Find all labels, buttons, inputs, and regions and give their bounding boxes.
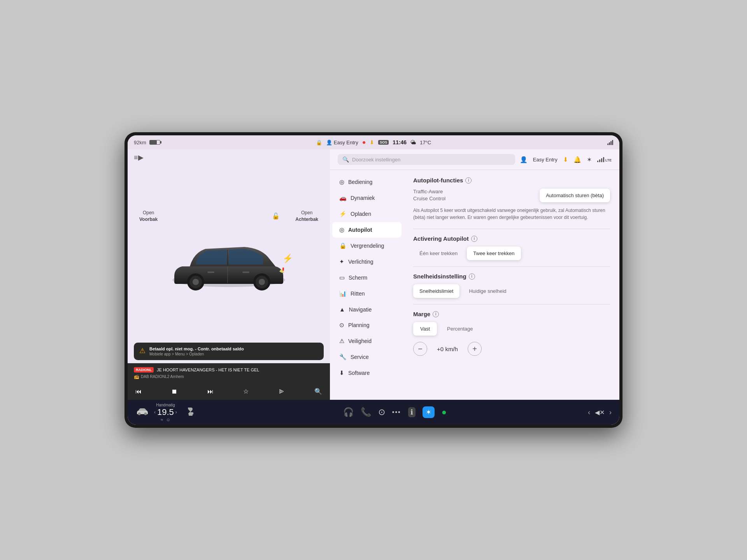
search-music-button[interactable]: 🔍 [313, 386, 324, 397]
temp-left-arrow[interactable]: ‹ [154, 410, 156, 415]
taskbar-spotify[interactable]: ● [442, 407, 447, 417]
sidebar-item-planning[interactable]: ⊙ Planning [332, 317, 402, 333]
status-bar-center: 🔒 👤 Easy Entry ● ⬇ SOS 11:46 🌥 17°C [294, 139, 454, 146]
sidebar-item-veiligheid[interactable]: ⚠ Veiligheid [332, 333, 402, 349]
vast-button[interactable]: Vast [413, 322, 437, 336]
snelheid-section-title: Snelheidsinstelling i [413, 273, 610, 280]
autopilot-description: Als Autopilot 5 keer wordt uitgeschakeld… [413, 207, 610, 221]
music-info: RADIONL JE HOORT HAVENZANGERS - HET IS N… [134, 367, 324, 373]
snelheid-info-icon[interactable]: i [469, 273, 475, 280]
taskbar-center: 🎧 📞 ⊙ ••• ℹ ✶ ● [202, 406, 588, 418]
nav-left-arrow[interactable]: ‹ [588, 408, 590, 416]
taskbar-info[interactable]: ℹ [408, 407, 416, 417]
music-title: JE HOORT HAVENZANGERS - HET IS NIET TE G… [157, 368, 259, 372]
notification-title: Betaald opl. niet mog. - Contr. onbetaal… [149, 346, 244, 351]
svg-point-8 [259, 279, 265, 285]
notification-subtitle: Mobiele app > Menu > Opladen [149, 352, 244, 356]
sidebar-item-vergrendeling[interactable]: 🔒 Vergrendeling [332, 238, 402, 254]
marge-section-title: Marge i [413, 311, 610, 317]
percentage-button[interactable]: Percentage [440, 322, 480, 336]
header-user-icon: 👤 [520, 156, 528, 163]
settings-header: 🔍 Doorzoek instellingen 👤 Easy Entry ⬇ 🔔… [330, 149, 619, 170]
een-keer-button[interactable]: Één keer trekken [413, 247, 464, 260]
battery-bar [149, 140, 160, 145]
sidebar-item-autopilot[interactable]: ◎ Autopilot [332, 222, 402, 238]
sidebar-item-service[interactable]: 🔧 Service [332, 349, 402, 365]
volume-control[interactable]: ◀✕ [595, 409, 605, 416]
margin-increase-button[interactable]: + [468, 342, 482, 356]
car-icon-taskbar[interactable] [135, 407, 149, 418]
sidebar-menu: ◎ Bediening 🚗 Dynamiek ⚡ Opladen ◎ [330, 170, 404, 400]
stop-button[interactable]: ⏹ [170, 387, 179, 397]
taskbar-headphones[interactable]: 🎧 [343, 407, 354, 417]
autopilot-info-icon[interactable]: i [465, 177, 472, 184]
svg-point-12 [138, 413, 141, 415]
twee-keer-button[interactable]: Twee keer trekken [467, 247, 521, 260]
margin-decrease-button[interactable]: − [413, 342, 427, 356]
verlichting-label: Verlichting [348, 259, 374, 265]
status-profile: Easy Entry [334, 140, 358, 145]
autopilot-section-title: Autopilot-functies i [413, 177, 610, 184]
radio-badge: RADIONL [134, 367, 154, 373]
taskbar-right: ‹ ◀✕ › [588, 408, 612, 416]
search-placeholder: Doorzoek instellingen [352, 157, 400, 163]
prev-button[interactable]: ⏮ [134, 387, 143, 397]
temp-display: Handmatig ‹ 19.5 › ≈ ☺ [154, 403, 177, 422]
marge-info-icon[interactable]: i [433, 311, 439, 317]
temp-right-arrow[interactable]: › [175, 410, 177, 415]
sidebar-item-scherm[interactable]: ▭ Scherm [332, 270, 402, 285]
svg-point-13 [144, 413, 147, 415]
nav-right-arrow[interactable]: › [609, 408, 612, 416]
label-achterbak: OpenAchterbak [295, 210, 318, 223]
music-source: 📻 DAB RADIONL2 Arnhem [134, 374, 324, 379]
volume-icon: ◀✕ [595, 409, 605, 416]
favorite-button[interactable]: ☆ [242, 386, 250, 397]
sidebar-item-opladen[interactable]: ⚡ Opladen [332, 206, 402, 222]
taskbar-phone[interactable]: 📞 [361, 407, 371, 417]
next-button[interactable]: ⏭ [206, 387, 215, 397]
header-bell-icon: 🔔 [573, 156, 581, 163]
header-signal-icon: LTE [597, 157, 612, 162]
temp-label: Handmatig [156, 403, 175, 407]
opladen-label: Opladen [351, 211, 371, 217]
software-label: Software [348, 370, 370, 376]
status-download: ⬇ [370, 139, 374, 145]
status-time: 11:46 [393, 139, 407, 145]
svg-rect-10 [242, 271, 249, 273]
taskbar-bluetooth[interactable]: ✶ [423, 406, 435, 418]
divider-1 [413, 229, 610, 229]
activering-button-group: Één keer trekken Twee keer trekken [413, 247, 610, 260]
autopilot-icon: ◎ [339, 226, 344, 233]
header-download-icon: ⬇ [563, 156, 568, 163]
sidebar-item-software[interactable]: ⬇ Software [332, 365, 402, 381]
activering-info-icon[interactable]: i [471, 236, 477, 242]
search-bar[interactable]: 🔍 Doorzoek instellingen [338, 154, 515, 165]
seat-icon[interactable] [185, 406, 196, 418]
media-controls-icon: ≡▶ [134, 153, 144, 162]
snelheidslimiet-button[interactable]: Snelheidslimiet [413, 284, 459, 298]
notification-banner[interactable]: ⚠ Betaald opl. niet mog. - Contr. onbeta… [134, 343, 324, 360]
huidige-snelheid-button[interactable]: Huidige snelheid [463, 284, 512, 298]
sidebar-item-dynamiek[interactable]: 🚗 Dynamiek [332, 190, 402, 206]
taskbar-camera[interactable]: ⊙ [378, 407, 385, 417]
car-labels: OpenVoorbak 🔓 OpenAchterbak [132, 210, 326, 223]
sidebar-item-bediening[interactable]: ◎ Bediening [332, 174, 402, 190]
margin-control: − +0 km/h + [413, 342, 610, 356]
header-icons: 👤 Easy Entry ⬇ 🔔 ✶ LTE [520, 156, 612, 163]
cruise-control-box: Traffic-Aware Cruise Control Automatisch… [413, 188, 610, 202]
lock-area: 🔓 [158, 210, 295, 223]
status-recording: ● [362, 139, 366, 146]
navigatie-label: Navigatie [349, 306, 372, 313]
sidebar-item-ritten[interactable]: 📊 Ritten [332, 286, 402, 301]
sidebar-item-verlichting[interactable]: ✦ Verlichting [332, 254, 402, 270]
automatisch-sturen-button[interactable]: Automatisch sturen (bèta) [540, 189, 610, 202]
label-voorbak: OpenVoorbak [139, 210, 158, 223]
equalizer-button[interactable]: ⫸ [277, 387, 286, 397]
activering-section-title: Activering Autopilot i [413, 235, 610, 242]
left-panel: ≡▶ OpenVoorbak 🔓 OpenAchterbak [128, 149, 330, 400]
taskbar-dots[interactable]: ••• [392, 409, 401, 416]
temp-value: 19.5 [157, 407, 174, 417]
sidebar-item-navigatie[interactable]: ▲ Navigatie [332, 302, 402, 317]
scherm-label: Scherm [349, 275, 367, 281]
marge-label: Marge [413, 311, 430, 317]
